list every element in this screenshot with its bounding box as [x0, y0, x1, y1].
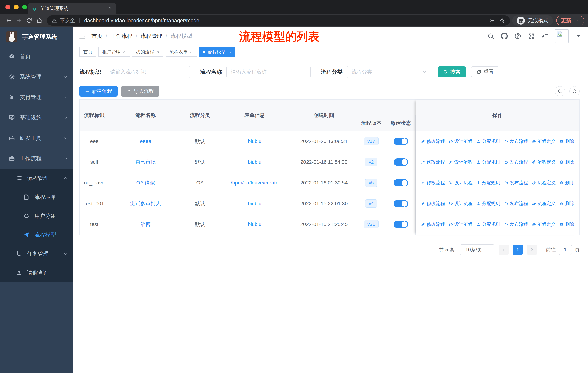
action-发布流程[interactable]: 发布流程: [504, 180, 528, 186]
close-icon[interactable]: [156, 50, 159, 53]
window-minimize-button[interactable]: [14, 5, 19, 10]
process-name-link[interactable]: OA 请假: [136, 179, 155, 186]
action-流程定义[interactable]: 流程定义: [532, 201, 556, 207]
form-info-link[interactable]: biubiu: [248, 201, 262, 207]
sidebar-item-infra[interactable]: 基础设施: [0, 107, 73, 128]
new-tab-button[interactable]: [121, 6, 127, 12]
reset-button[interactable]: 重置: [471, 67, 499, 77]
breadcrumb-item[interactable]: 流程管理: [141, 32, 162, 40]
action-分配规则[interactable]: 分配规则: [476, 159, 500, 165]
active-toggle[interactable]: [394, 200, 408, 207]
action-删除[interactable]: 删除: [559, 201, 574, 207]
show-search-button[interactable]: [555, 86, 565, 96]
action-发布流程[interactable]: 发布流程: [504, 221, 528, 227]
active-toggle[interactable]: [394, 179, 408, 186]
process-name-link[interactable]: 滔博: [141, 221, 151, 228]
browser-menu-icon[interactable]: [575, 18, 580, 23]
filter-name-input[interactable]: [226, 66, 311, 78]
page-tab-流程模型[interactable]: 流程模型: [199, 47, 235, 57]
reload-button[interactable]: [24, 15, 34, 26]
action-发布流程[interactable]: 发布流程: [504, 201, 528, 207]
action-分配规则[interactable]: 分配规则: [476, 201, 500, 207]
page-tab-首页[interactable]: 首页: [79, 47, 96, 57]
page-tab-流程表单[interactable]: 流程表单: [166, 47, 197, 57]
help-icon[interactable]: [514, 33, 521, 40]
window-zoom-button[interactable]: [22, 5, 27, 10]
window-close-button[interactable]: [5, 5, 10, 10]
browser-tab[interactable]: 芋道管理系统: [28, 3, 116, 14]
active-toggle[interactable]: [394, 221, 408, 228]
filter-category-select[interactable]: 流程分类: [347, 66, 431, 78]
action-分配规则[interactable]: 分配规则: [476, 221, 500, 227]
action-设计流程[interactable]: 设计流程: [449, 201, 473, 207]
password-key-icon[interactable]: [489, 18, 494, 23]
action-设计流程[interactable]: 设计流程: [449, 159, 473, 165]
action-设计流程[interactable]: 设计流程: [449, 138, 473, 144]
form-info-link[interactable]: biubiu: [248, 159, 262, 165]
action-设计流程[interactable]: 设计流程: [449, 180, 473, 186]
sidebar-item-user-group[interactable]: 用户分组: [0, 207, 73, 225]
action-修改流程[interactable]: 修改流程: [421, 138, 445, 144]
prev-page-button[interactable]: [499, 245, 509, 255]
action-修改流程[interactable]: 修改流程: [421, 201, 445, 207]
action-设计流程[interactable]: 设计流程: [449, 221, 473, 227]
back-button[interactable]: [4, 15, 14, 26]
action-流程定义[interactable]: 流程定义: [532, 221, 556, 227]
active-toggle[interactable]: [394, 138, 408, 145]
bookmark-star-icon[interactable]: [499, 18, 505, 23]
sidebar-item-leave-query[interactable]: 请假查询: [0, 263, 73, 282]
breadcrumb-item[interactable]: 首页: [92, 32, 102, 40]
page-tab-租户管理[interactable]: 租户管理: [98, 47, 130, 57]
url-text[interactable]: dashboard.yudao.iocoder.cn/bpm/manager/m…: [84, 18, 200, 24]
refresh-table-button[interactable]: [569, 86, 580, 96]
update-menu-button[interactable]: 更新: [556, 16, 584, 26]
sidebar-item-system[interactable]: 系统管理: [0, 67, 73, 87]
security-warning-icon[interactable]: [52, 18, 57, 23]
filter-id-input[interactable]: [106, 66, 190, 78]
action-修改流程[interactable]: 修改流程: [421, 180, 445, 186]
action-分配规则[interactable]: 分配规则: [476, 180, 500, 186]
fullscreen-icon[interactable]: [528, 33, 535, 40]
action-分配规则[interactable]: 分配规则: [476, 138, 500, 144]
breadcrumb-item[interactable]: 工作流程: [110, 32, 132, 40]
sidebar-item-process-form[interactable]: 流程表单: [0, 188, 73, 207]
current-page-button[interactable]: 1: [513, 245, 523, 255]
sidebar-item-workflow[interactable]: 工作流程: [0, 148, 73, 169]
action-流程定义[interactable]: 流程定义: [532, 180, 556, 186]
sidebar-item-process-model[interactable]: 流程模型: [0, 225, 73, 244]
create-process-button[interactable]: 新建流程: [79, 86, 117, 97]
action-发布流程[interactable]: 发布流程: [504, 138, 528, 144]
github-icon[interactable]: [501, 33, 508, 40]
process-name-link[interactable]: 自己审批: [136, 159, 156, 166]
font-size-icon[interactable]: [541, 33, 548, 40]
action-流程定义[interactable]: 流程定义: [532, 159, 556, 165]
sidebar-collapse-button[interactable]: [79, 32, 86, 40]
active-toggle[interactable]: [394, 159, 408, 166]
close-icon[interactable]: [123, 50, 126, 53]
home-button[interactable]: [34, 15, 44, 26]
action-删除[interactable]: 删除: [559, 180, 574, 186]
window-controls[interactable]: [5, 5, 27, 10]
search-button[interactable]: 搜索: [438, 67, 466, 77]
security-label[interactable]: 不安全: [60, 17, 75, 24]
sidebar-item-home[interactable]: 首页: [0, 46, 73, 67]
forward-button[interactable]: [14, 15, 24, 26]
close-icon[interactable]: [228, 50, 231, 53]
action-修改流程[interactable]: 修改流程: [421, 221, 445, 227]
form-info-link[interactable]: /bpm/oa/leave/create: [231, 180, 279, 186]
page-size-select[interactable]: 10条/页: [460, 244, 494, 255]
sidebar-item-devtools[interactable]: 研发工具: [0, 128, 73, 148]
tab-close-icon[interactable]: [108, 6, 112, 10]
action-修改流程[interactable]: 修改流程: [421, 159, 445, 165]
process-name-link[interactable]: eeee: [140, 138, 151, 144]
action-删除[interactable]: 删除: [559, 221, 574, 227]
address-bar[interactable]: 不安全 dashboard.yudao.iocoder.cn/bpm/manag…: [47, 15, 510, 26]
action-删除[interactable]: 删除: [559, 138, 574, 144]
close-icon[interactable]: [190, 50, 193, 53]
goto-page-input[interactable]: [559, 245, 572, 255]
action-删除[interactable]: 删除: [559, 159, 574, 165]
form-info-link[interactable]: biubiu: [248, 138, 262, 144]
process-name-link[interactable]: 测试多审批人: [130, 200, 161, 207]
avatar-caret-icon[interactable]: [575, 33, 582, 40]
next-page-button[interactable]: [527, 245, 537, 255]
